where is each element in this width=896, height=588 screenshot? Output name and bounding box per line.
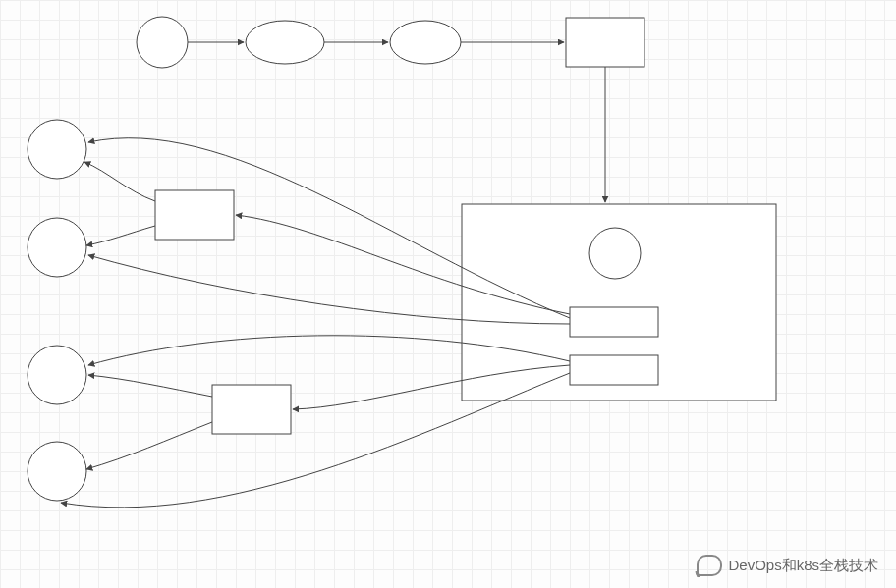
- pod5-node: [28, 346, 86, 404]
- lb-node: [137, 17, 188, 68]
- lucky2-box: [570, 355, 658, 385]
- service-url2-box: [212, 385, 291, 434]
- ingress-controller-box: [566, 18, 644, 67]
- lucky1-box: [570, 307, 658, 337]
- pod6-node: [28, 442, 86, 501]
- node-ellipse: [246, 21, 324, 64]
- service-top-ellipse: [390, 21, 461, 64]
- service-url1-box: [155, 190, 234, 240]
- wechat-icon: [697, 555, 722, 576]
- pod1-node: [28, 120, 86, 179]
- watermark: DevOps和k8s全栈技术: [697, 555, 878, 576]
- ingress-circle: [589, 228, 641, 279]
- pod2-node: [28, 218, 86, 277]
- watermark-text: DevOps和k8s全栈技术: [728, 557, 878, 575]
- diagram-svg: [0, 0, 896, 588]
